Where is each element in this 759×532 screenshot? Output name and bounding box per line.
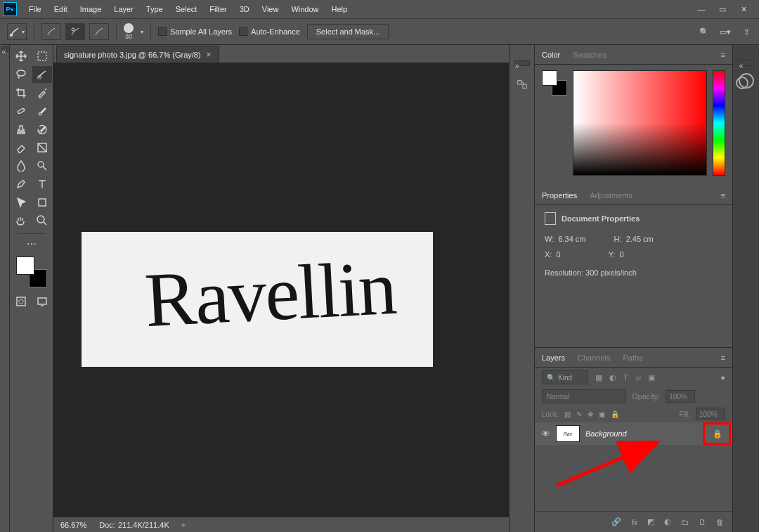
gradient-tool[interactable] [32,139,52,156]
subtract-selection-icon[interactable] [65,23,85,40]
layer-lock-icon[interactable]: 🔒 [708,424,727,443]
layers-tab[interactable]: Layers [542,353,565,362]
lasso-tool[interactable] [11,66,31,83]
color-tab[interactable]: Color [542,51,560,59]
search-icon[interactable]: 🔍 [699,26,710,37]
close-tab-icon[interactable]: × [207,50,212,60]
maximize-icon[interactable]: ▭ [717,5,728,14]
healing-tool[interactable] [11,103,31,119]
blur-tool[interactable] [11,157,31,174]
lock-artboard-icon[interactable]: ▣ [599,410,605,418]
color-field[interactable] [573,70,707,176]
share-icon[interactable]: ⇪ [741,26,752,37]
dock-grip-icon[interactable]: » [514,60,530,66]
marquee-tool[interactable] [32,48,52,65]
menu-view[interactable]: View [256,0,285,18]
close-icon[interactable]: ✕ [738,5,749,14]
opacity-field[interactable]: 100% [666,390,695,403]
select-and-mask-button[interactable]: Select and Mask... [307,24,389,39]
menu-edit[interactable]: Edit [48,0,74,18]
foreground-color-swatch[interactable] [542,70,557,86]
filter-toggle-icon[interactable]: ● [720,373,725,382]
brush-tool[interactable] [32,103,52,119]
eyedropper-tool[interactable] [32,84,52,101]
menu-file[interactable]: File [22,0,48,18]
auto-enhance-checkbox[interactable]: Auto-Enhance [239,27,300,36]
filter-type-icon[interactable]: T [623,373,628,382]
eraser-tool[interactable] [11,139,31,156]
intersect-selection-icon[interactable] [89,23,109,40]
sample-all-layers-checkbox[interactable]: Sample All Layers [158,27,232,36]
menu-filter[interactable]: Filter [203,0,233,18]
hand-tool[interactable] [11,212,31,229]
menu-help[interactable]: Help [325,0,354,18]
fill-field[interactable]: 100% [696,408,725,420]
dodge-tool[interactable] [32,157,52,174]
adjustments-tab[interactable]: Adjustments [590,191,632,200]
move-tool[interactable] [11,48,31,65]
crop-tool[interactable] [11,84,31,101]
zoom-tool[interactable] [32,212,52,229]
layer-effects-icon[interactable]: fx [631,518,637,526]
filter-shape-icon[interactable]: ▱ [635,373,641,382]
adjustment-layer-icon[interactable]: ◐ [664,517,671,526]
path-selection-tool[interactable] [11,194,31,211]
history-brush-tool[interactable] [32,121,52,138]
shape-tool[interactable] [32,194,52,211]
link-layers-icon[interactable]: 🔗 [611,517,621,526]
visibility-toggle-icon[interactable]: 👁 [540,429,550,438]
workspace-icon[interactable]: ▭▾ [720,26,731,37]
color-swatches[interactable] [16,257,47,287]
layer-thumbnail[interactable]: Rav [556,425,580,442]
history-panel-icon[interactable] [517,79,528,90]
zoom-value[interactable]: 66.67% [60,521,86,529]
minimize-icon[interactable]: — [696,5,707,14]
lock-transparency-icon[interactable]: ▨ [564,410,571,418]
foreground-color-swatch[interactable] [16,257,34,275]
type-tool[interactable] [32,176,52,193]
document-tab[interactable]: signature photo 3.jpg @ 66.7% (Gray/8) × [56,46,219,63]
delete-layer-icon[interactable]: 🗑 [716,518,724,526]
layer-filter-kind[interactable]: 🔍 Kind [542,370,588,384]
swatches-tab[interactable]: Swatches [573,51,606,59]
filter-adjustment-icon[interactable]: ◐ [609,373,616,382]
lock-position-icon[interactable]: ✥ [588,410,593,418]
menu-type[interactable]: Type [140,0,169,18]
stamp-tool[interactable] [11,121,31,138]
new-layer-icon[interactable]: 🗋 [699,518,706,526]
menu-window[interactable]: Window [285,0,325,18]
more-tools-icon[interactable]: ⋯ [27,238,37,249]
layer-name[interactable]: Background [585,429,627,438]
current-tool-icon[interactable]: ▾ [7,23,27,40]
quick-selection-tool[interactable] [32,66,52,83]
lock-pixels-icon[interactable]: ✎ [576,410,582,418]
canvas-viewport[interactable]: Ravellin [53,63,509,517]
dock-grip-icon[interactable]: « [1,46,8,52]
lock-all-icon[interactable]: 🔒 [611,410,619,418]
panel-menu-icon[interactable]: ≡ [721,191,725,200]
blend-mode-select[interactable]: Normal [542,389,626,403]
filter-pixel-icon[interactable]: ▦ [595,373,602,382]
pen-tool[interactable] [11,176,31,193]
menu-select[interactable]: Select [169,0,204,18]
panel-color-swatches[interactable] [542,70,567,96]
panel-menu-icon[interactable]: ≡ [721,353,725,362]
add-selection-icon[interactable] [41,23,61,40]
quick-mask-tool[interactable] [11,293,31,310]
paths-tab[interactable]: Paths [623,353,643,362]
new-group-icon[interactable]: 🗀 [681,518,689,526]
menu-layer[interactable]: Layer [108,0,140,18]
creative-cloud-icon[interactable] [739,73,754,89]
panel-menu-icon[interactable]: ≡ [721,51,725,59]
hue-slider[interactable] [713,70,725,176]
add-mask-icon[interactable]: ◩ [647,517,654,526]
dock-grip-icon[interactable]: « [739,60,754,66]
status-flyout-icon[interactable]: ▸ [182,520,186,529]
screen-mode-tool[interactable] [32,293,52,310]
menu-image[interactable]: Image [74,0,108,18]
menu-3d[interactable]: 3D [233,0,256,18]
properties-tab[interactable]: Properties [542,191,577,200]
channels-tab[interactable]: Channels [578,353,610,362]
layer-row-background[interactable]: 👁 Rav Background 🔒 [535,422,732,445]
brush-preset[interactable]: 30 [124,23,134,40]
